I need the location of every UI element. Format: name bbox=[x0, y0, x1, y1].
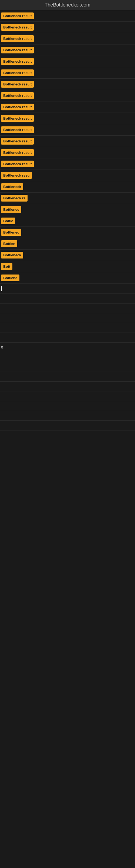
list-item bbox=[0, 421, 135, 431]
list-item: Bottlenec bbox=[0, 204, 135, 215]
list-item: Bottleneck result bbox=[0, 79, 135, 90]
site-title: TheBottlenecker.com bbox=[0, 0, 135, 10]
list-item bbox=[0, 313, 135, 323]
list-item bbox=[0, 401, 135, 411]
list-item bbox=[0, 304, 135, 313]
list-item: Bott bbox=[0, 261, 135, 272]
bottleneck-result-badge[interactable]: Bott bbox=[1, 263, 12, 270]
bottleneck-result-badge[interactable]: Bottleneck result bbox=[1, 149, 34, 156]
list-item: Bottleneck result bbox=[0, 158, 135, 170]
list-item: Bottleneck re bbox=[0, 193, 135, 204]
list-item: Bottleneck result bbox=[0, 22, 135, 33]
bottleneck-result-badge[interactable]: Bottleneck result bbox=[1, 126, 34, 133]
bottleneck-result-badge[interactable]: Bottleneck result bbox=[1, 46, 34, 54]
list-item: Bottleneck result bbox=[0, 124, 135, 135]
bottleneck-result-badge[interactable]: Bottleneck result bbox=[1, 115, 34, 122]
list-item bbox=[0, 294, 135, 304]
list-item: Bottleneck result bbox=[0, 113, 135, 124]
list-item: Bottlenec bbox=[0, 227, 135, 238]
list-item bbox=[0, 382, 135, 392]
list-item: Bottleneck result bbox=[0, 67, 135, 79]
bottleneck-result-badge[interactable]: Bottleneck result bbox=[1, 161, 34, 167]
bottleneck-result-badge[interactable]: Bottle bbox=[1, 218, 15, 224]
list-item: Bottlene bbox=[0, 272, 135, 284]
list-item: Bottleneck result bbox=[0, 90, 135, 101]
list-item: 0 bbox=[0, 343, 135, 352]
bottleneck-result-badge[interactable]: Bottleneck result bbox=[1, 81, 34, 88]
list-item bbox=[0, 372, 135, 382]
list-item bbox=[0, 362, 135, 372]
list-item: Bottleneck resu bbox=[0, 170, 135, 181]
list-item: Bottle bbox=[0, 215, 135, 227]
list-item: Bottleneck bbox=[0, 250, 135, 261]
list-item bbox=[0, 323, 135, 333]
list-item: Bottleneck result bbox=[0, 44, 135, 56]
bottleneck-result-badge[interactable]: Bottleneck result bbox=[1, 35, 34, 42]
bottleneck-result-badge[interactable]: Bottleneck bbox=[1, 252, 23, 258]
list-item: Bottlen bbox=[0, 238, 135, 250]
list-item: Bottleneck result bbox=[0, 147, 135, 158]
char-label: 0 bbox=[1, 345, 3, 349]
list-item: Bottleneck bbox=[0, 181, 135, 193]
list-item bbox=[0, 352, 135, 362]
bottleneck-result-badge[interactable]: Bottleneck result bbox=[1, 138, 34, 145]
bottleneck-result-badge[interactable]: Bottlenec bbox=[1, 206, 21, 213]
text-cursor bbox=[1, 286, 2, 291]
bottleneck-result-badge[interactable]: Bottleneck result bbox=[1, 104, 34, 111]
list-item: Bottleneck result bbox=[0, 56, 135, 67]
bottleneck-result-badge[interactable]: Bottleneck result bbox=[1, 69, 34, 76]
list-item bbox=[0, 392, 135, 401]
bottleneck-result-badge[interactable]: Bottleneck result bbox=[1, 92, 34, 99]
bottleneck-result-badge[interactable]: Bottlen bbox=[1, 240, 17, 247]
list-item bbox=[0, 333, 135, 343]
bottleneck-result-badge[interactable]: Bottleneck result bbox=[1, 24, 34, 31]
bottleneck-result-badge[interactable]: Bottleneck resu bbox=[1, 172, 32, 179]
list-item: Bottleneck result bbox=[0, 135, 135, 147]
list-item bbox=[0, 284, 135, 294]
bottleneck-result-badge[interactable]: Bottleneck bbox=[1, 183, 23, 190]
bottleneck-result-badge[interactable]: Bottlene bbox=[1, 275, 19, 281]
bottleneck-result-badge[interactable]: Bottleneck re bbox=[1, 195, 28, 202]
list-item: Bottleneck result bbox=[0, 101, 135, 113]
bottleneck-result-badge[interactable]: Bottleneck result bbox=[1, 12, 34, 19]
list-item bbox=[0, 411, 135, 421]
bottleneck-result-badge[interactable]: Bottlenec bbox=[1, 229, 21, 236]
bottleneck-result-badge[interactable]: Bottleneck result bbox=[1, 58, 34, 65]
list-item: Bottleneck result bbox=[0, 10, 135, 22]
list-item: Bottleneck result bbox=[0, 33, 135, 44]
